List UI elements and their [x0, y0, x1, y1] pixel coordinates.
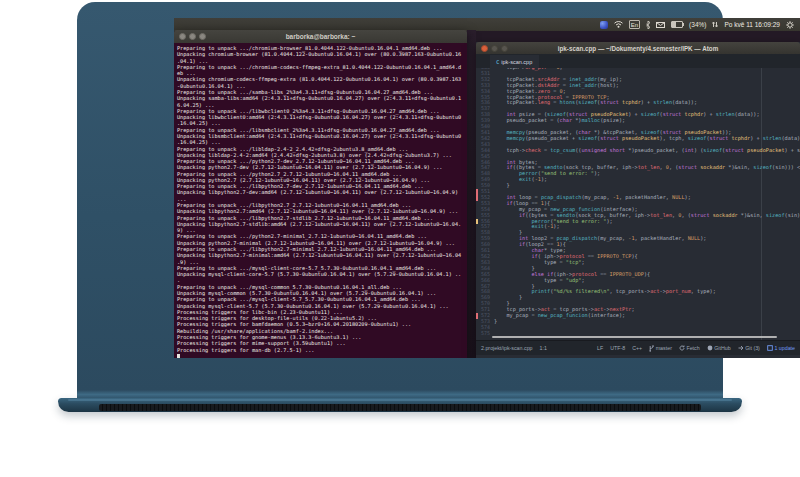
editor-status-bar: 2.projekt/ipk-scan.cpp 1:1 LFUTF-8C++mas…	[476, 340, 800, 355]
status-right-items: LFUTF-8C++masterFetchGitHubGit (3)1 upda…	[597, 345, 795, 352]
terminal-line: Preparing to unpack .../python2.7-minima…	[177, 233, 464, 239]
laptop-keyboard	[99, 404, 701, 411]
horizontal-scrollbar[interactable]	[492, 336, 777, 338]
status-item-label: Git (3)	[745, 345, 760, 351]
tab-ipk-scan[interactable]: C ipk-scan.cpp	[490, 55, 539, 68]
status-item-label: Fetch	[686, 345, 699, 351]
laptop-mockup: En (34%) Po kvě 11 16:09:29	[0, 0, 800, 477]
terminal-line: Unpacking samba-libs:amd64 (2:4.3.11+dfs…	[177, 95, 464, 101]
terminal-line: Preparing to unpack .../libsmbclient_2%3…	[177, 127, 464, 133]
terminal-line: Preparing to unpack .../mysql-client-5.7…	[177, 296, 464, 302]
editor-window[interactable]: ipk-scan.cpp — ~/Dokumenty/4.semester/IP…	[476, 42, 800, 358]
status-item-label: LF	[597, 345, 603, 351]
sync-arrows-icon[interactable]	[712, 21, 718, 28]
status-item-label: master	[656, 345, 672, 351]
terminal-line: Unpacking chromium-browser (81.0.4044.12…	[177, 51, 464, 57]
tab-label: ipk-scan.cpp	[501, 59, 532, 65]
desktop: En (34%) Po kvě 11 16:09:29	[174, 18, 800, 358]
terminal-titlebar[interactable]: barborka@barborka: ~	[174, 30, 467, 43]
system-tray: En (34%) Po kvě 11 16:09:29	[600, 18, 794, 31]
laptop-screen-bezel: En (34%) Po kvě 11 16:09:29	[77, 2, 723, 392]
editor-titlebar[interactable]: ipk-scan.cpp — ~/Dokumenty/4.semester/IP…	[476, 42, 800, 54]
terminal-line: Unpacking python2.7-dev (2.7.12-1ubuntu0…	[177, 164, 464, 170]
refresh-icon	[679, 345, 685, 351]
battery-icon[interactable]	[671, 21, 683, 28]
keyboard-layout-indicator[interactable]: En	[629, 20, 640, 29]
gear-icon[interactable]	[786, 21, 794, 29]
clock[interactable]: Po kvě 11 16:09:29	[724, 21, 780, 28]
status-file-path[interactable]: 2.projekt/ipk-scan.cpp	[481, 345, 533, 351]
status-item-label: C++	[632, 345, 642, 351]
laptop-base	[58, 398, 742, 412]
status-item-label: GitHub	[714, 345, 731, 351]
terminal-window[interactable]: barborka@barborka: ~ Preparing to unpack…	[174, 30, 467, 358]
laptop-base-highlight	[68, 399, 732, 401]
status-item-1-update[interactable]: 1 update	[767, 345, 795, 351]
cpp-file-icon: C	[496, 59, 499, 65]
app-indicator-icon[interactable]	[600, 21, 608, 29]
desktop-wallpaper	[467, 30, 476, 358]
terminal-line: Preparing to unpack .../libpython2.7-std…	[177, 215, 464, 221]
code-area[interactable]: 530 tcph->urg_ptr = 0;531 532 tcpPacket.…	[476, 68, 800, 337]
battery-percentage: (34%)	[689, 21, 706, 28]
branch-icon	[649, 345, 654, 352]
update-icon	[767, 345, 773, 351]
code-editor[interactable]: 530 tcph->urg_ptr = 0;531 532 tcpPacket.…	[476, 68, 800, 340]
status-item-master[interactable]: master	[649, 345, 672, 352]
status-item-fetch[interactable]: Fetch	[679, 345, 700, 351]
wifi-icon[interactable]	[614, 21, 623, 28]
editor-title: ipk-scan.cpp — ~/Dokumenty/4.semester/IP…	[476, 45, 800, 52]
terminal-cursor	[177, 353, 464, 358]
terminal-line: Unpacking mysql-client-5.7 (5.7.30-0ubun…	[177, 303, 464, 309]
status-item-label: 1 update	[774, 345, 795, 351]
git-icon	[738, 345, 744, 351]
status-item-utf-8[interactable]: UTF-8	[610, 345, 625, 351]
github-icon	[707, 345, 713, 351]
status-item-git-3-[interactable]: Git (3)	[738, 345, 760, 351]
terminal-title: barborka@barborka: ~	[174, 33, 467, 40]
mail-icon[interactable]	[656, 22, 665, 28]
status-item-lf[interactable]: LF	[597, 345, 603, 351]
status-item-github[interactable]: GitHub	[707, 345, 731, 351]
editor-tab-bar: C ipk-scan.cpp	[476, 54, 800, 68]
status-cursor-position[interactable]: 1:1	[540, 345, 547, 351]
status-item-label: UTF-8	[610, 345, 625, 351]
terminal-line: Unpacking libpython2.7:amd64 (2.7.12-1ub…	[177, 208, 464, 214]
terminal-line: Unpacking libpython2.7-minimal:amd64 (2.…	[177, 252, 464, 258]
terminal-line: Unpacking mysql-client-core-5.7 (5.7.30-…	[177, 271, 464, 277]
terminal-output[interactable]: Preparing to unpack .../chromium-browser…	[174, 43, 467, 358]
bluetooth-icon[interactable]	[646, 21, 650, 29]
terminal-line: Unpacking chromium-codecs-ffmpeg-extra (…	[177, 76, 464, 82]
status-item-c-[interactable]: C++	[632, 345, 642, 351]
terminal-line: Unpacking libpython2.7-stdlib:amd64 (2.7…	[177, 221, 464, 227]
terminal-line: Unpacking libpython2.7-dev:amd64 (2.7.12…	[177, 189, 464, 195]
terminal-line: Preparing to unpack .../chromium-codecs-…	[177, 64, 464, 70]
